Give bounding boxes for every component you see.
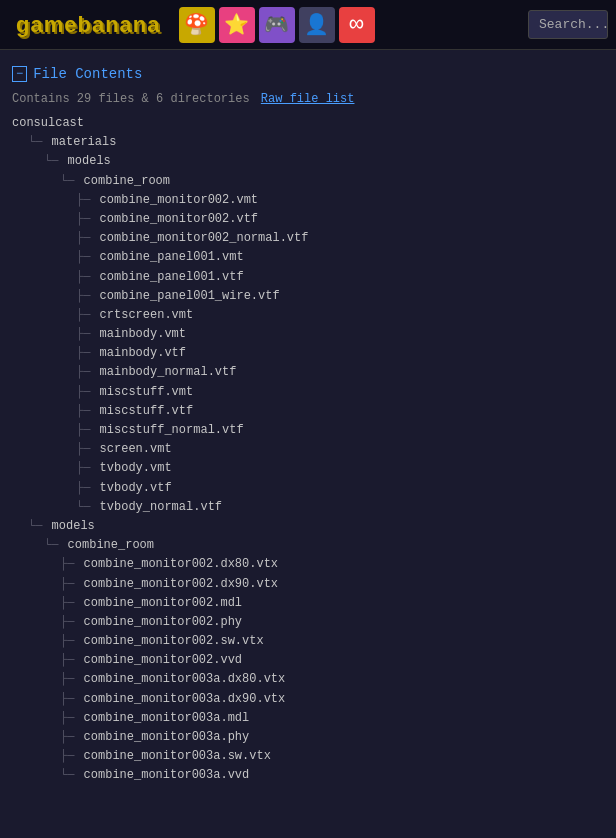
file-contents-container: − File Contents Contains 29 files & 6 di…	[0, 50, 616, 796]
list-item: ├─ mainbody.vmt	[12, 325, 604, 344]
file-name: miscstuff_normal.vtf	[100, 423, 244, 437]
list-item: ├─ combine_panel001_wire.vtf	[12, 287, 604, 306]
file-name: combine_panel001.vmt	[100, 250, 244, 264]
file-name: tvbody_normal.vtf	[100, 500, 222, 514]
file-name: miscstuff.vtf	[100, 404, 194, 418]
file-info: Contains 29 files & 6 directories Raw fi…	[0, 88, 616, 114]
list-item: └─ materials	[12, 133, 604, 152]
folder-name: materials	[52, 135, 117, 149]
file-name: combine_monitor002_normal.vtf	[100, 231, 309, 245]
folder-name: consulcast	[12, 116, 84, 130]
file-name: crtscreen.vmt	[100, 308, 194, 322]
file-name: mainbody.vtf	[100, 346, 186, 360]
folder-name: models	[52, 519, 95, 533]
nav-icons: 🍄 ⭐ 🎮 👤 ∞	[179, 7, 375, 43]
file-name: combine_panel001.vtf	[100, 270, 244, 284]
file-name: combine_monitor002.vmt	[100, 193, 258, 207]
list-item: ├─ screen.vmt	[12, 440, 604, 459]
kirby-icon[interactable]: ⭐	[219, 7, 255, 43]
file-name: combine_monitor003a.mdl	[84, 711, 250, 725]
file-name: combine_panel001_wire.vtf	[100, 289, 280, 303]
list-item: ├─ combine_monitor003a.phy	[12, 728, 604, 747]
list-item: ├─ mainbody_normal.vtf	[12, 363, 604, 382]
file-name: combine_monitor003a.vvd	[84, 768, 250, 782]
list-item: ├─ combine_monitor002.vmt	[12, 191, 604, 210]
tree-connector: └─	[44, 154, 66, 168]
list-item: ├─ combine_monitor002.mdl	[12, 594, 604, 613]
list-item: └─ combine_room	[12, 536, 604, 555]
logo-text: gamebanana	[8, 8, 169, 42]
list-item: ├─ combine_monitor003a.sw.vtx	[12, 747, 604, 766]
section-header: − File Contents	[0, 60, 616, 88]
file-name: combine_monitor002.vtf	[100, 212, 258, 226]
list-item: ├─ miscstuff.vmt	[12, 383, 604, 402]
infinity-icon[interactable]: ∞	[339, 7, 375, 43]
list-item: └─ models	[12, 152, 604, 171]
list-item: ├─ combine_panel001.vmt	[12, 248, 604, 267]
file-name: screen.vmt	[100, 442, 172, 456]
list-item: ├─ combine_monitor002.dx80.vtx	[12, 555, 604, 574]
mario-icon[interactable]: 🍄	[179, 7, 215, 43]
section-title: File Contents	[33, 66, 142, 82]
file-name: mainbody_normal.vtf	[100, 365, 237, 379]
list-item: ├─ combine_monitor002.dx90.vtx	[12, 575, 604, 594]
list-item: ├─ combine_monitor002.sw.vtx	[12, 632, 604, 651]
character-icon[interactable]: 👤	[299, 7, 335, 43]
list-item: ├─ tvbody.vmt	[12, 459, 604, 478]
file-tree: consulcast └─ materials └─ models └─ com…	[0, 114, 616, 786]
zelda-icon[interactable]: 🎮	[259, 7, 295, 43]
folder-name: models	[68, 154, 111, 168]
file-name: tvbody.vmt	[100, 461, 172, 475]
list-item: ├─ combine_monitor002.vtf	[12, 210, 604, 229]
list-item: ├─ crtscreen.vmt	[12, 306, 604, 325]
file-name: combine_monitor002.phy	[84, 615, 242, 629]
file-name: combine_monitor003a.sw.vtx	[84, 749, 271, 763]
list-item: └─ combine_monitor003a.vvd	[12, 766, 604, 785]
file-name: mainbody.vmt	[100, 327, 186, 341]
raw-file-list-link[interactable]: Raw file list	[261, 92, 355, 106]
file-name: combine_monitor002.vvd	[84, 653, 242, 667]
list-item: └─ tvbody_normal.vtf	[12, 498, 604, 517]
collapse-icon[interactable]: −	[12, 66, 27, 82]
list-item: ├─ tvbody.vtf	[12, 479, 604, 498]
list-item: ├─ combine_monitor003a.mdl	[12, 709, 604, 728]
file-name: miscstuff.vmt	[100, 385, 194, 399]
file-count-text: Contains 29 files & 6 directories	[12, 92, 250, 106]
list-item: ├─ combine_monitor003a.dx80.vtx	[12, 670, 604, 689]
list-item: └─ models	[12, 517, 604, 536]
file-name: tvbody.vtf	[100, 481, 172, 495]
list-item: ├─ miscstuff_normal.vtf	[12, 421, 604, 440]
file-name: combine_monitor003a.dx90.vtx	[84, 692, 286, 706]
list-item: ├─ combine_panel001.vtf	[12, 268, 604, 287]
list-item: ├─ combine_monitor002.vvd	[12, 651, 604, 670]
file-name: combine_monitor003a.dx80.vtx	[84, 672, 286, 686]
list-item: ├─ combine_monitor002.phy	[12, 613, 604, 632]
file-name: combine_monitor002.dx80.vtx	[84, 557, 278, 571]
list-item: ├─ miscstuff.vtf	[12, 402, 604, 421]
file-name: combine_monitor002.dx90.vtx	[84, 577, 278, 591]
list-item: consulcast	[12, 114, 604, 133]
file-name: combine_monitor002.mdl	[84, 596, 242, 610]
header: gamebanana 🍄 ⭐ 🎮 👤 ∞ Search...	[0, 0, 616, 50]
logo[interactable]: gamebanana	[8, 8, 169, 42]
file-name: combine_monitor002.sw.vtx	[84, 634, 264, 648]
list-item: ├─ mainbody.vtf	[12, 344, 604, 363]
list-item: └─ combine_room	[12, 172, 604, 191]
search-input[interactable]: Search...	[528, 10, 608, 39]
tree-connector: └─	[28, 135, 50, 149]
folder-name: combine_room	[84, 174, 170, 188]
folder-name: combine_room	[68, 538, 154, 552]
list-item: ├─ combine_monitor002_normal.vtf	[12, 229, 604, 248]
tree-connector: └─	[60, 174, 82, 188]
file-name: combine_monitor003a.phy	[84, 730, 250, 744]
list-item: ├─ combine_monitor003a.dx90.vtx	[12, 690, 604, 709]
